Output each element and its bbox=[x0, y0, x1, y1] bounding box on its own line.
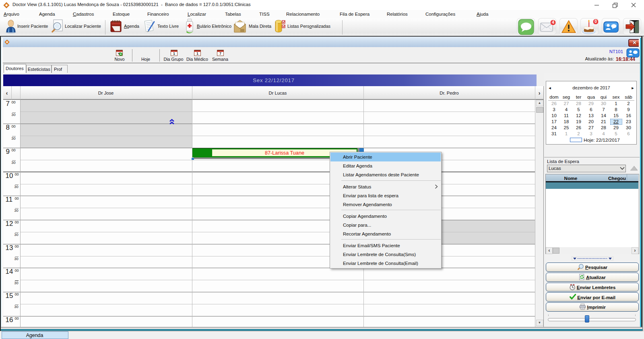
svg-text:1: 1 bbox=[173, 52, 175, 56]
svg-text:0: 0 bbox=[594, 19, 597, 24]
svg-text:7: 7 bbox=[219, 52, 221, 56]
svg-text:4: 4 bbox=[552, 20, 554, 25]
svg-text:1: 1 bbox=[196, 52, 198, 56]
